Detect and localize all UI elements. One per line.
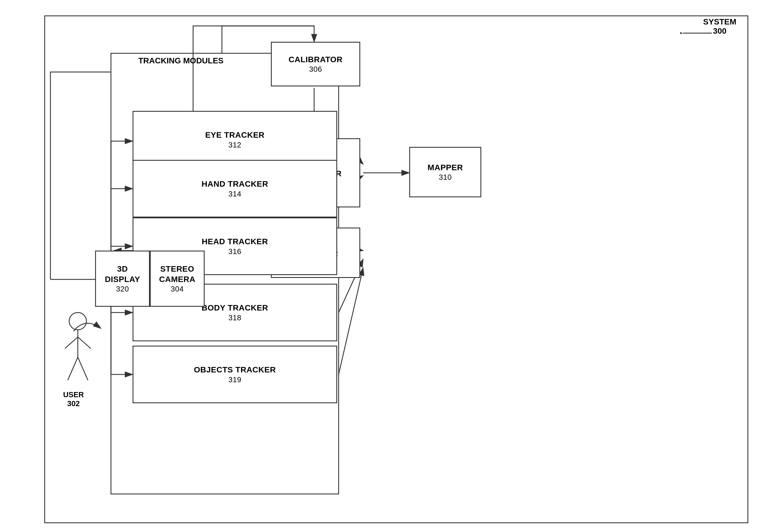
tracking-modules-label: TRACKING MODULES (138, 56, 223, 65)
user-label: USER 302 (50, 390, 96, 408)
svg-line-12 (339, 268, 363, 374)
objects-tracker-box: OBJECTS TRACKER 319 (132, 346, 337, 403)
svg-line-21 (78, 337, 91, 349)
camera-box: STEREO CAMERA 304 (150, 251, 205, 307)
svg-line-23 (78, 357, 88, 380)
mapper-box: MAPPER 310 (409, 147, 481, 197)
svg-line-20 (65, 337, 78, 349)
display-box: 3D DISPLAY 320 (95, 251, 150, 307)
calibrator-box: CALIBRATOR 306 (271, 42, 360, 86)
hand-tracker-box: HAND TRACKER 314 (132, 160, 337, 217)
svg-line-22 (68, 357, 78, 380)
